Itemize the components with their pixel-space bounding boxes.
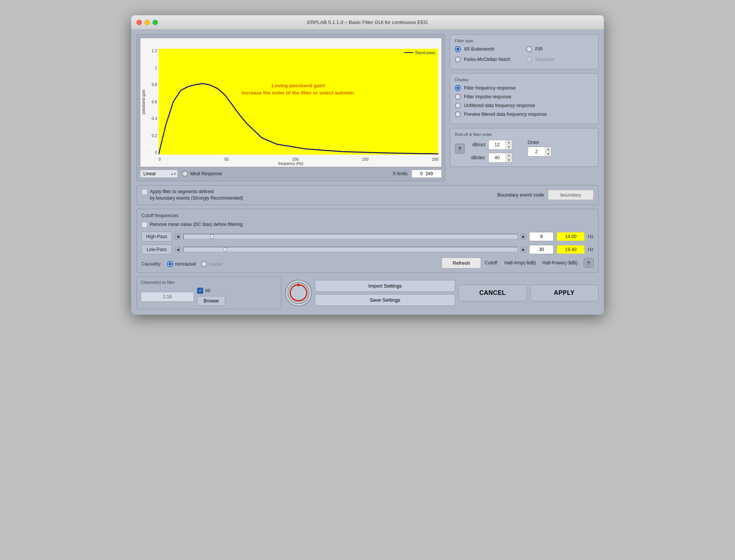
display-impulse-radio[interactable] xyxy=(455,94,461,100)
x-label-container: frequency (Hz) xyxy=(278,160,303,166)
boundary-checkbox-wrapper[interactable]: Apply filter to segments definedby bound… xyxy=(141,189,243,202)
boundary-apply-label: Apply filter to segments definedby bound… xyxy=(150,189,243,202)
filter-fir-row[interactable]: FIR xyxy=(526,46,594,52)
ideal-response-label: Ideal Response xyxy=(190,171,222,176)
noncausal-option[interactable]: noncausal xyxy=(167,261,196,267)
display-freq-radio[interactable] xyxy=(455,85,461,91)
filter-parks-radio[interactable] xyxy=(455,56,461,62)
display-unfiltered-radio[interactable] xyxy=(455,102,461,109)
dbperdecade-input[interactable]: 40 ▲ ▼ xyxy=(488,153,512,163)
display-freq-label: Filter frequency response xyxy=(464,85,515,91)
lowpass-left-arrow[interactable]: ◀ xyxy=(175,247,180,252)
highpass-highlight: 14.00 xyxy=(557,232,585,241)
apply-btn[interactable]: APPLY xyxy=(530,285,599,301)
noncausal-radio[interactable] xyxy=(167,261,173,267)
display-unfiltered-row[interactable]: Unfiltered data frequency response xyxy=(455,102,594,109)
lowpass-btn[interactable]: Low-Pass xyxy=(141,245,172,254)
causal-label: causal xyxy=(209,261,222,267)
dbperdecade-label: dB/dec xyxy=(469,155,485,160)
cutoff-section: Cutoff frequencies Remove mean value (DC… xyxy=(136,209,599,273)
dc-bias-label: Remove mean value (DC bias) before filte… xyxy=(150,222,244,227)
highpass-btn[interactable]: High-Pass xyxy=(141,232,172,242)
cutoff-title: Cutoff frequencies xyxy=(141,213,594,218)
maximize-button[interactable] xyxy=(152,20,158,25)
y-label: passband gain xyxy=(142,89,146,114)
half-amp-label: Half-Amp(-6dB) xyxy=(504,260,536,266)
dbperoctave-spinners: ▲ ▼ xyxy=(506,140,512,149)
filter-iir-radio[interactable] xyxy=(455,46,461,52)
dbperoctave-up[interactable]: ▲ xyxy=(506,140,512,145)
dbperoctave-label: dB/oct xyxy=(469,142,485,147)
filter-gaussian-radio xyxy=(526,56,532,62)
highpass-right-arrow[interactable]: ▶ xyxy=(521,234,526,239)
dbperoctave-down[interactable]: ▼ xyxy=(506,145,512,149)
plot-area: 1.2 1 0.8 0.6 0.4 0.2 0 passband gain xyxy=(136,34,445,181)
display-preview-radio[interactable] xyxy=(455,111,461,117)
highpass-thumb[interactable] xyxy=(210,234,213,239)
plot-inner: Band-pass Losing passband gain! Increase… xyxy=(159,49,438,155)
channels-input[interactable] xyxy=(141,292,194,302)
dbperdecade-up[interactable]: ▲ xyxy=(506,153,512,158)
lowpass-value-input[interactable] xyxy=(529,245,554,254)
cutoff-help-btn[interactable]: ? xyxy=(584,258,594,268)
rolloff-help-btn[interactable]: ? xyxy=(455,144,465,154)
filter-parks-row[interactable]: Parks-McClellan Notch xyxy=(455,56,522,62)
browse-btn[interactable]: Browse xyxy=(197,296,225,306)
display-freq-row[interactable]: Filter frequency response xyxy=(455,85,594,91)
y-label-container: passband gain xyxy=(141,49,146,155)
close-button[interactable] xyxy=(136,20,142,25)
save-btn[interactable]: Save Settings xyxy=(315,294,455,306)
lowpass-right-arrow[interactable]: ▶ xyxy=(521,247,526,252)
import-save-btns: Import Settings Save Settings xyxy=(315,280,455,306)
boundary-input[interactable] xyxy=(548,190,594,200)
display-preview-row[interactable]: Preview filtered data frequency response xyxy=(455,111,594,117)
dc-bias-row[interactable]: Remove mean value (DC bias) before filte… xyxy=(141,221,594,228)
all-check-section: ✓ All Browse xyxy=(197,288,225,306)
filter-fir-label: FIR xyxy=(535,46,542,52)
dbperoctave-input[interactable]: 12 ▲ ▼ xyxy=(488,140,512,150)
order-input[interactable]: 2 ▲ ▼ xyxy=(528,147,552,157)
display-impulse-row[interactable]: Filter impulse response xyxy=(455,94,594,100)
highpass-slider[interactable] xyxy=(183,234,518,239)
all-checkbox-wrapper[interactable]: ✓ All xyxy=(197,288,225,294)
causality-refresh-row: Causality: noncausal causal Refresh Cuto… xyxy=(141,258,594,269)
order-up[interactable]: ▲ xyxy=(545,147,551,152)
x-label: frequency (Hz) xyxy=(278,162,303,166)
causality-section: Causality: noncausal causal xyxy=(141,261,222,267)
xlimits-input[interactable] xyxy=(411,170,442,178)
order-down[interactable]: ▼ xyxy=(545,152,551,156)
causal-radio[interactable] xyxy=(201,261,207,267)
main-window: ERPLAB 5.1.1.0 – Basic Filter GUI for co… xyxy=(131,15,604,315)
all-checkbox[interactable]: ✓ xyxy=(197,288,203,294)
highpass-value-input[interactable] xyxy=(529,232,554,241)
display-impulse-label: Filter impulse response xyxy=(464,94,511,99)
dbperdecade-down[interactable]: ▼ xyxy=(506,158,512,162)
causal-option[interactable]: causal xyxy=(201,261,222,267)
ideal-response-radio[interactable] xyxy=(182,171,188,177)
filter-iir-label: IIR Butterworth xyxy=(464,46,494,52)
right-panel: Filter type IIR Butterworth FIR Parks xyxy=(450,34,599,181)
boundary-checkbox[interactable] xyxy=(141,189,148,195)
display-preview-label: Preview filtered data frequency response xyxy=(464,112,547,117)
highpass-left-arrow[interactable]: ◀ xyxy=(175,234,180,239)
rolloff-box: Roll-off & filter order ? dB/oct 12 xyxy=(450,128,599,167)
import-btn[interactable]: Import Settings xyxy=(315,280,455,292)
filter-fir-radio[interactable] xyxy=(526,46,532,52)
dbperdecade-spinners: ▲ ▼ xyxy=(506,153,512,162)
display-unfiltered-label: Unfiltered data frequency response xyxy=(464,103,535,108)
ideal-response-toggle[interactable]: Ideal Response xyxy=(182,171,222,177)
plot-canvas: 1.2 1 0.8 0.6 0.4 0.2 0 passband gain xyxy=(140,38,442,167)
cancel-btn[interactable]: CANCEL xyxy=(458,285,527,301)
display-box: Display Filter frequency response Filter… xyxy=(450,73,599,124)
top-row: 1.2 1 0.8 0.6 0.4 0.2 0 passband gain xyxy=(136,34,599,181)
filter-iir-row[interactable]: IIR Butterworth xyxy=(455,46,522,52)
lowpass-thumb[interactable] xyxy=(224,247,227,252)
big-btns: CANCEL APPLY xyxy=(458,285,599,301)
filter-type-label: Filter type xyxy=(455,38,594,43)
minimize-button[interactable] xyxy=(144,20,150,25)
dc-bias-checkbox[interactable] xyxy=(141,222,148,228)
half-power-label: Half-Power(-3dB) xyxy=(542,260,578,266)
refresh-btn[interactable]: Refresh xyxy=(441,258,481,269)
scale-select[interactable]: Linear Log xyxy=(140,170,178,178)
lowpass-slider[interactable] xyxy=(183,247,518,252)
